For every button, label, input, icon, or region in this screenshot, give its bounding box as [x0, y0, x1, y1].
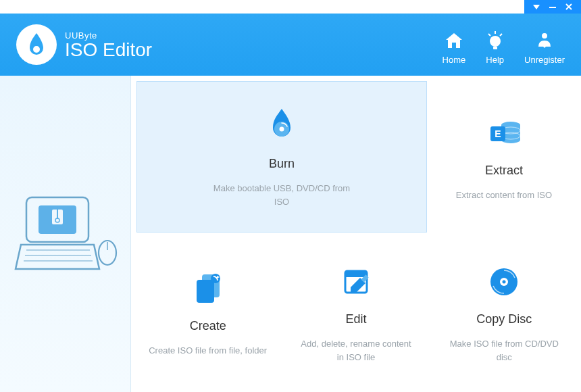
card-title: Burn: [269, 157, 295, 171]
titlebar: [0, 0, 581, 14]
burn-disc-icon: [265, 105, 299, 147]
card-desc: Make ISO file from CD/DVD disc: [445, 337, 563, 364]
nav-home[interactable]: Home: [443, 25, 466, 65]
close-icon: [565, 3, 573, 11]
svg-point-4: [33, 46, 40, 53]
minimize-icon: [548, 3, 557, 11]
app-logo: [16, 24, 57, 65]
nav-help[interactable]: Help: [486, 25, 504, 65]
app-title-block: UUByte ISO Editor: [65, 30, 152, 59]
close-button[interactable]: [561, 0, 577, 14]
card-extract[interactable]: E Extract Extract content from ISO: [432, 81, 576, 232]
app-header: UUByte ISO Editor Home Help: [0, 14, 581, 76]
copy-disc-icon: [487, 261, 521, 303]
header-nav: Home Help Unregi: [443, 25, 565, 65]
nav-home-label: Home: [443, 55, 466, 65]
svg-point-31: [211, 274, 220, 283]
menu-icon: [532, 3, 541, 11]
window-controls: [524, 0, 581, 14]
person-down-icon: [534, 29, 555, 52]
card-desc: Add, delete, rename content in ISO file: [297, 337, 415, 364]
card-edit[interactable]: Edit Add, delete, rename content in ISO …: [284, 238, 427, 387]
card-title: Copy Disc: [476, 312, 532, 326]
nav-help-label: Help: [486, 55, 504, 65]
card-desc: Make bootable USB, DVD/CD from ISO: [211, 182, 353, 208]
home-icon: [444, 29, 464, 52]
svg-marker-0: [533, 5, 540, 9]
laptop-illustration: [11, 180, 120, 288]
card-burn[interactable]: Burn Make bootable USB, DVD/CD from ISO: [136, 81, 427, 232]
nav-unregister[interactable]: Unregister: [524, 25, 565, 65]
svg-point-37: [503, 280, 506, 284]
svg-point-10: [542, 33, 547, 39]
card-title: Extract: [485, 164, 523, 178]
svg-text:E: E: [495, 128, 501, 139]
main-content: Burn Make bootable USB, DVD/CD from ISO …: [131, 76, 581, 392]
card-desc: Create ISO file from file, folder: [149, 344, 267, 358]
create-doc-icon: [191, 268, 225, 310]
extract-icon: E: [486, 112, 522, 154]
svg-line-6: [488, 34, 490, 36]
nav-unregister-label: Unregister: [524, 55, 565, 65]
card-create[interactable]: Create Create ISO file from file, folder: [136, 238, 279, 387]
edit-icon: [340, 261, 372, 303]
svg-line-7: [500, 34, 502, 36]
menu-button[interactable]: [528, 0, 545, 14]
app-name: ISO Editor: [65, 41, 152, 59]
svg-point-8: [490, 36, 501, 47]
card-copydisc[interactable]: Copy Disc Make ISO file from CD/DVD disc: [433, 238, 576, 387]
svg-rect-1: [549, 7, 556, 8]
lightbulb-icon: [486, 29, 504, 52]
app-body: Burn Make bootable USB, DVD/CD from ISO …: [0, 76, 581, 392]
svg-rect-30: [197, 280, 214, 303]
card-title: Edit: [345, 312, 366, 326]
minimize-button[interactable]: [545, 0, 561, 14]
svg-rect-9: [493, 47, 497, 49]
sidebar-illustration-panel: [0, 76, 131, 392]
card-desc: Extract content from ISO: [456, 189, 552, 202]
svg-point-23: [280, 127, 284, 132]
card-title: Create: [190, 319, 226, 333]
flame-icon: [26, 32, 47, 57]
